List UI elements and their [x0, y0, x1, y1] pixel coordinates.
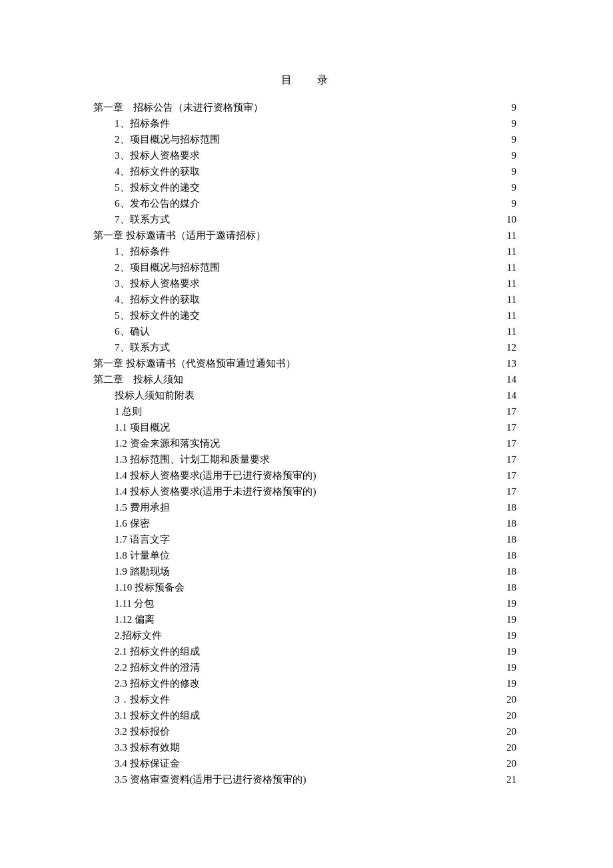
toc-entry-page: 17 — [506, 435, 516, 451]
toc-entry-page: 12 — [506, 339, 516, 355]
toc-entry: 1.5 费用承担18 — [93, 499, 516, 515]
toc-entry-label: 2、项目概况与招标范围 — [115, 259, 220, 275]
toc-entry-label: 3.1 投标文件的组成 — [115, 707, 200, 723]
toc-entry-label: 2.3 招标文件的修改 — [115, 675, 200, 691]
toc-entry-label: 3.5 资格审查资料(适用于已进行资格预审的) — [115, 771, 306, 787]
toc-entry-page: 17 — [506, 403, 516, 419]
toc-entry-page: 20 — [506, 739, 516, 755]
toc-entry-page: 19 — [506, 643, 516, 659]
toc-entry: 第一章 投标邀请书（适用于邀请招标）11 — [93, 227, 516, 243]
toc-entry: 1.4 投标人资格要求(适用于未进行资格预审的)17 — [93, 483, 516, 499]
toc-entry-page: 21 — [506, 771, 516, 787]
toc-entry: 3、投标人资格要求11 — [93, 275, 516, 291]
toc-entry: 1.7 语言文字18 — [93, 531, 516, 547]
toc-entry-label: 5、投标文件的递交 — [115, 179, 200, 195]
toc-entry-label: 1 总则 — [115, 403, 142, 419]
toc-entry-page: 18 — [506, 499, 516, 515]
toc-entry: 2、项目概况与招标范围11 — [93, 259, 516, 275]
toc-entry-page: 17 — [506, 419, 516, 435]
toc-entry-label: 2、项目概况与招标范围 — [115, 131, 220, 147]
toc-entry-page: 14 — [506, 371, 516, 387]
toc-entry: 3.4 投标保证金20 — [93, 755, 516, 771]
toc-entry-label: 1.4 投标人资格要求(适用于已进行资格预审的) — [115, 467, 316, 483]
toc-entry: 1.10 投标预备会18 — [93, 579, 516, 595]
toc-entry-page: 18 — [506, 563, 516, 579]
toc-entry: 1.6 保密18 — [93, 515, 516, 531]
toc-entry-page: 19 — [506, 659, 516, 675]
toc-entry-label: 1.4 投标人资格要求(适用于未进行资格预审的) — [115, 483, 316, 499]
toc-entry-page: 11 — [507, 323, 516, 339]
toc-entry: 3．投标文件20 — [93, 691, 516, 707]
toc-entry-label: 第一章 投标邀请书（代资格预审通过通知书） — [93, 355, 296, 371]
toc-entry: 第一章 招标公告（未进行资格预审）9 — [93, 99, 516, 115]
toc-entry: 3.5 资格审查资料(适用于已进行资格预审的)21 — [93, 771, 516, 787]
toc-entry-page: 19 — [506, 627, 516, 643]
toc-entry-label: 3．投标文件 — [115, 691, 170, 707]
toc-entry-page: 11 — [507, 307, 516, 323]
toc-entry: 7、联系方式12 — [93, 339, 516, 355]
toc-entry: 1.4 投标人资格要求(适用于已进行资格预审的)17 — [93, 467, 516, 483]
toc-entry-page: 11 — [507, 259, 516, 275]
toc-entry: 1.11 分包19 — [93, 595, 516, 611]
toc-entry-label: 1.3 招标范围、计划工期和质量要求 — [115, 451, 270, 467]
toc-entry: 1.9 踏勘现场18 — [93, 563, 516, 579]
toc-entry-page: 18 — [506, 579, 516, 595]
toc-entry: 1、招标条件11 — [93, 243, 516, 259]
toc-entry: 4、招标文件的获取11 — [93, 291, 516, 307]
toc-entry-label: 7、联系方式 — [115, 339, 170, 355]
toc-entry-page: 17 — [506, 451, 516, 467]
toc-entry-label: 1.11 分包 — [115, 595, 154, 611]
toc-entry: 3、投标人资格要求9 — [93, 147, 516, 163]
toc-entry-label: 1.9 踏勘现场 — [115, 563, 170, 579]
toc-entry-label: 3.3 投标有效期 — [115, 739, 180, 755]
toc-entry-page: 17 — [506, 483, 516, 499]
toc-entry-label: 7、联系方式 — [115, 211, 170, 227]
toc-entry-page: 20 — [506, 755, 516, 771]
toc-entry-label: 6、确认 — [115, 323, 150, 339]
toc-entry-label: 1.1 项目概况 — [115, 419, 170, 435]
toc-entry-page: 13 — [506, 355, 516, 371]
toc-title: 目录 — [93, 73, 516, 87]
toc-entry: 7、联系方式10 — [93, 211, 516, 227]
toc-entry: 第一章 投标邀请书（代资格预审通过通知书）13 — [93, 355, 516, 371]
toc-entry-label: 4、招标文件的获取 — [115, 163, 200, 179]
toc-entry-page: 20 — [506, 691, 516, 707]
toc-entry-label: 1.2 资金来源和落实情况 — [115, 435, 220, 451]
toc-entry: 1.2 资金来源和落实情况17 — [93, 435, 516, 451]
toc-entry-label: 第一章 招标公告（未进行资格预审） — [93, 99, 263, 115]
toc-entry-page: 9 — [512, 179, 517, 195]
toc-entry-label: 1.10 投标预备会 — [115, 579, 185, 595]
toc-title-right: 录 — [317, 74, 329, 85]
toc-entry-label: 3.2 投标报价 — [115, 723, 170, 739]
toc-entry: 2.1 招标文件的组成19 — [93, 643, 516, 659]
toc-entry-page: 20 — [506, 707, 516, 723]
toc-entry: 5、投标文件的递交9 — [93, 179, 516, 195]
toc-entry: 2.2 招标文件的澄清19 — [93, 659, 516, 675]
toc-entry: 第二章 投标人须知14 — [93, 371, 516, 387]
toc-entry-page: 10 — [506, 211, 516, 227]
toc-entry-page: 18 — [506, 515, 516, 531]
toc-entry-label: 1、招标条件 — [115, 243, 170, 259]
toc-entry-page: 17 — [506, 467, 516, 483]
toc-entry-label: 第一章 投标邀请书（适用于邀请招标） — [93, 227, 266, 243]
toc-entry-label: 1.7 语言文字 — [115, 531, 170, 547]
toc-entry-label: 4、招标文件的获取 — [115, 291, 200, 307]
toc-entry-page: 9 — [512, 115, 517, 131]
toc-entry-label: 2.1 招标文件的组成 — [115, 643, 200, 659]
toc-entry-page: 9 — [512, 99, 517, 115]
toc-entry: 1.3 招标范围、计划工期和质量要求17 — [93, 451, 516, 467]
toc-entry-page: 11 — [507, 275, 516, 291]
toc-entry-page: 11 — [507, 291, 516, 307]
toc-entry-label: 6、发布公告的媒介 — [115, 195, 200, 211]
toc-entry-page: 14 — [506, 387, 516, 403]
toc-entry-label: 1.8 计量单位 — [115, 547, 170, 563]
toc-entry-page: 9 — [512, 163, 517, 179]
toc-entry-page: 11 — [507, 227, 516, 243]
toc-entry-page: 19 — [506, 675, 516, 691]
toc-title-left: 目 — [281, 74, 293, 85]
toc-entry: 1.8 计量单位18 — [93, 547, 516, 563]
toc-entry-page: 9 — [512, 131, 517, 147]
toc-entry-page: 11 — [507, 243, 516, 259]
toc-entry-page: 9 — [512, 195, 517, 211]
toc-entry: 投标人须知前附表14 — [93, 387, 516, 403]
